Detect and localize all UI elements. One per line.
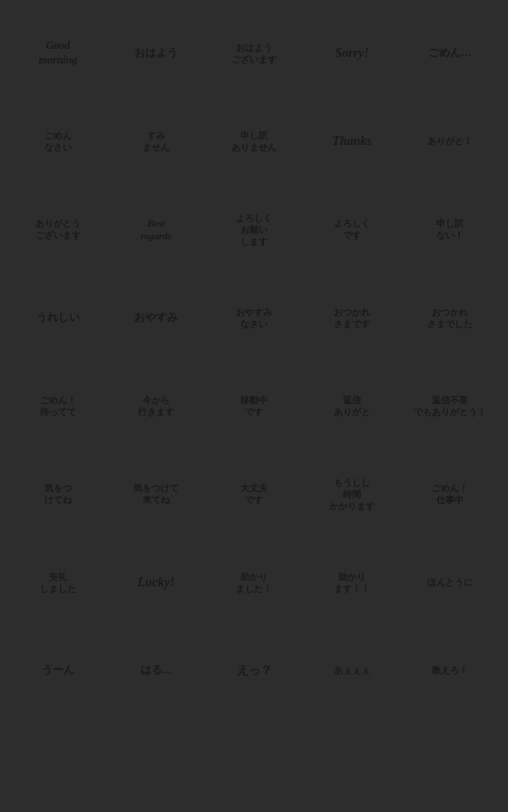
cell-text-1-4: ありがと！ (427, 135, 473, 147)
cell-text-7-2: えっ？ (237, 663, 272, 679)
cell-text-2-4: 申し訳 ない！ (436, 218, 464, 241)
cell-4-0: ごめん！ 待ってて (9, 362, 107, 450)
cell-2-0: ありがとう ございます (9, 186, 107, 274)
cell-2-4: 申し訳 ない！ (401, 186, 499, 274)
cell-text-5-1: 気をつけて 来てね (133, 482, 179, 506)
cell-3-0: うれしい (9, 274, 107, 362)
cell-2-1: Best regards (107, 186, 205, 274)
cell-3-4: おつかれ さまでした (401, 274, 499, 362)
cell-text-2-1: Best regards (141, 217, 171, 243)
cell-text-3-4: おつかれ さまでした (427, 306, 473, 330)
cell-text-3-3: おつかれ さまです (334, 306, 370, 330)
cell-text-5-3: もうしし 時間 かかります (329, 477, 375, 512)
cell-text-1-1: すみ ません (142, 130, 170, 153)
cell-5-3: もうしし 時間 かかります (303, 450, 401, 538)
cell-text-7-0: うーん (42, 663, 74, 678)
cell-5-2: 大丈夫 です (205, 450, 303, 538)
cell-text-2-0: ありがとう ございます (35, 218, 81, 241)
cell-2-3: よろしく です (303, 186, 401, 274)
cell-5-1: 気をつけて 来てね (107, 450, 205, 538)
cell-text-4-0: ごめん！ 待ってて (40, 394, 76, 418)
cell-text-1-3: Thanks (332, 133, 372, 150)
cell-text-0-0: Good morning (39, 39, 78, 67)
cell-text-0-4: ごめん… (428, 46, 472, 61)
cell-text-1-2: 申し訳 ありません (231, 130, 277, 153)
cell-0-1: おはよう (107, 9, 205, 97)
cell-text-0-3: Sorry! (335, 45, 368, 62)
cell-text-6-4: ほんとうに (427, 576, 473, 588)
cell-1-0: ごめん なさい (9, 97, 107, 185)
cell-0-3: Sorry! (303, 9, 401, 97)
cell-text-1-0: ごめん なさい (44, 130, 72, 153)
cell-6-3: 助かり ます！！ (303, 538, 401, 626)
cell-3-3: おつかれ さまです (303, 274, 401, 362)
cell-text-2-3: よろしく です (334, 218, 370, 241)
cell-text-2-2: よろしく お願い します (236, 212, 272, 247)
cell-text-5-4: ごめん！ 仕事中 (432, 482, 468, 506)
cell-0-2: おはよう ございます (205, 9, 303, 97)
cell-text-6-0: 失礼 しました (40, 571, 76, 594)
cell-7-0: うーん (9, 626, 107, 714)
cell-text-7-1: はる... (141, 663, 171, 678)
cell-3-1: おやすみ (107, 274, 205, 362)
cell-text-7-3: あぇぇぇ (334, 664, 370, 676)
cell-text-4-4: 返信不要 でもありがとう！ (414, 394, 486, 418)
cell-text-0-1: おはよう (134, 46, 178, 61)
cell-7-4: 教えろ！ (401, 626, 499, 714)
cell-4-1: 今から 行きます (107, 362, 205, 450)
cell-1-3: Thanks (303, 97, 401, 185)
cell-1-4: ありがと！ (401, 97, 499, 185)
cell-text-6-3: 助かり ます！！ (334, 571, 370, 594)
cell-text-3-0: うれしい (36, 311, 80, 325)
cell-0-0: Good morning (9, 9, 107, 97)
cell-7-1: はる... (107, 626, 205, 714)
cell-6-2: 助かり ました！ (205, 538, 303, 626)
cell-text-6-2: 助かり ました！ (236, 571, 272, 594)
cell-text-4-2: 移動中 です (240, 394, 268, 418)
cell-1-2: 申し訳 ありません (205, 97, 303, 185)
cell-6-4: ほんとうに (401, 538, 499, 626)
cell-text-4-3: 返信 ありがと (334, 394, 370, 418)
cell-text-5-2: 大丈夫 です (240, 482, 268, 506)
cell-text-7-4: 教えろ！ (432, 664, 468, 676)
cell-text-3-2: おやすみ なさい (236, 306, 272, 330)
cell-3-2: おやすみ なさい (205, 274, 303, 362)
cell-7-2: えっ？ (205, 626, 303, 714)
cell-4-3: 返信 ありがと (303, 362, 401, 450)
cell-5-0: 気をつ けてね (9, 450, 107, 538)
cell-text-6-1: Lucky! (137, 575, 174, 591)
cell-text-4-1: 今から 行きます (138, 394, 174, 418)
cell-5-4: ごめん！ 仕事中 (401, 450, 499, 538)
cell-0-4: ごめん… (401, 9, 499, 97)
cell-text-3-1: おやすみ (134, 311, 178, 325)
cell-6-1: Lucky! (107, 538, 205, 626)
cell-text-5-0: 気をつ けてね (44, 482, 72, 506)
cell-text-0-2: おはよう ございます (231, 42, 277, 65)
cell-6-0: 失礼 しました (9, 538, 107, 626)
cell-7-3: あぇぇぇ (303, 626, 401, 714)
sticker-grid: Good morningおはようおはよう ございますSorry!ごめん…ごめん … (0, 0, 508, 812)
cell-1-1: すみ ません (107, 97, 205, 185)
cell-4-4: 返信不要 でもありがとう！ (401, 362, 499, 450)
cell-4-2: 移動中 です (205, 362, 303, 450)
cell-2-2: よろしく お願い します (205, 186, 303, 274)
